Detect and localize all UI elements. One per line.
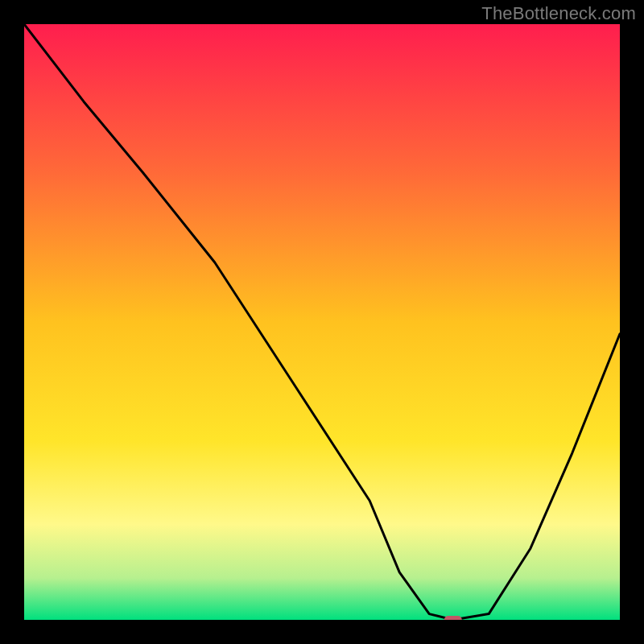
bottleneck-chart [24,24,620,620]
optimal-marker [444,616,462,620]
attribution-label: TheBottleneck.com [481,3,636,24]
chart-container: TheBottleneck.com [0,0,644,644]
chart-background [24,24,620,620]
